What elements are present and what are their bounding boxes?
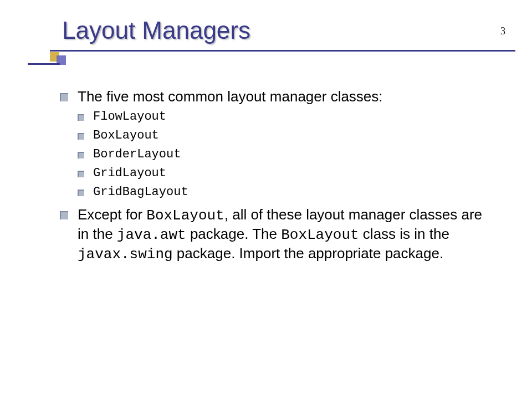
para-code: java.awt: [117, 227, 186, 243]
bullet-list-level1: The five most common layout manager clas…: [60, 88, 493, 264]
para-code: javax.swing: [78, 246, 173, 263]
decor-line-long: [50, 50, 515, 52]
slide-body: The five most common layout manager clas…: [28, 88, 504, 264]
bullet-intro: The five most common layout manager clas…: [60, 88, 493, 201]
para-text: package. Import the appropriate package.: [173, 245, 444, 262]
para-code: BoxLayout: [281, 227, 359, 243]
slide-header: Layout Managers: [28, 17, 504, 68]
para-text: Except for: [78, 206, 146, 223]
slide: 3 Layout Managers The five most common l…: [0, 0, 532, 399]
layout-item: BorderLayout: [78, 146, 493, 163]
bullet-paragraph: Except for BoxLayout, all of these layou…: [60, 206, 493, 264]
decor-line-short: [28, 63, 60, 65]
layout-item: BoxLayout: [78, 127, 493, 145]
bullet-list-level2: FlowLayout BoxLayout BorderLayout GridLa…: [78, 108, 493, 201]
title-decor: [28, 50, 504, 68]
bullet-intro-text: The five most common layout manager clas…: [78, 88, 383, 105]
para-text: package. The: [186, 226, 282, 242]
slide-title: Layout Managers: [59, 17, 504, 44]
para-code: BoxLayout: [146, 207, 224, 224]
para-text: class is in the: [359, 226, 449, 242]
layout-item: GridLayout: [78, 165, 493, 182]
layout-item: FlowLayout: [78, 108, 493, 126]
layout-item: GridBagLayout: [78, 183, 493, 201]
